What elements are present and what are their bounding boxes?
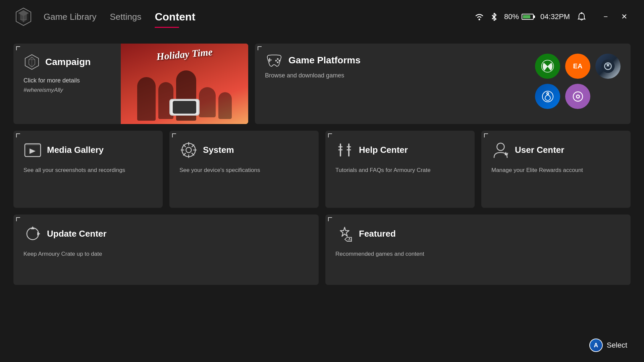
nav-tabs: Game Library Settings Content bbox=[44, 7, 475, 26]
update-center-icon bbox=[23, 225, 42, 243]
card-corner-update bbox=[16, 217, 20, 221]
campaign-rog-icon bbox=[23, 54, 40, 70]
featured-header: Featured bbox=[335, 225, 621, 243]
system-header: System bbox=[179, 141, 309, 159]
system-icon bbox=[179, 141, 198, 159]
card-corner-platforms bbox=[258, 46, 262, 50]
battery-status: 80% bbox=[504, 12, 534, 21]
update-center-title: Update Center bbox=[47, 229, 107, 239]
platforms-title: Game Platforms bbox=[288, 55, 361, 66]
media-gallery-card[interactable]: Media Gallery See all your screenshots a… bbox=[13, 131, 163, 208]
help-center-card[interactable]: Help Center Tutorials and FAQs for Armou… bbox=[325, 131, 475, 208]
game-platforms-card[interactable]: Game Platforms Browse and download games… bbox=[255, 44, 631, 124]
svg-marker-24 bbox=[30, 148, 36, 154]
main-content: Campaign Click for more details #whereis… bbox=[0, 34, 644, 295]
battery-percent: 80% bbox=[504, 12, 519, 21]
notification-icon[interactable] bbox=[577, 12, 587, 22]
user-center-title: User Center bbox=[515, 145, 564, 155]
middle-row: Media Gallery See all your screenshots a… bbox=[13, 131, 631, 208]
footer: A Select bbox=[589, 339, 627, 352]
svg-point-13 bbox=[275, 60, 277, 62]
svg-point-12 bbox=[277, 62, 279, 63]
ea-platform-icon[interactable]: EA bbox=[565, 54, 590, 79]
card-corner-help bbox=[328, 133, 332, 137]
time-display: 04:32PM bbox=[540, 12, 570, 21]
svg-point-19 bbox=[547, 93, 548, 94]
svg-point-22 bbox=[577, 96, 579, 98]
xbox-platform-icon[interactable] bbox=[535, 54, 560, 79]
media-gallery-title: Media Gallery bbox=[47, 145, 104, 155]
top-row: Campaign Click for more details #whereis… bbox=[13, 44, 631, 124]
svg-point-10 bbox=[277, 58, 279, 60]
ubisoft-platform-icon[interactable] bbox=[535, 84, 560, 109]
help-center-description: Tutorials and FAQs for Armoury Crate bbox=[335, 166, 465, 175]
system-description: See your device's specifications bbox=[179, 166, 309, 175]
gog-platform-icon[interactable] bbox=[565, 84, 590, 109]
svg-point-45 bbox=[349, 238, 350, 239]
campaign-description: Click for more details bbox=[23, 77, 91, 84]
controller-icon bbox=[265, 54, 283, 67]
featured-title: Featured bbox=[359, 229, 396, 239]
campaign-title: Campaign bbox=[45, 57, 91, 67]
card-corner-user bbox=[484, 133, 488, 137]
select-label: Select bbox=[607, 341, 627, 350]
select-button[interactable]: A bbox=[589, 339, 603, 352]
help-center-header: Help Center bbox=[335, 141, 465, 159]
media-gallery-description: See all your screenshots and recordings bbox=[23, 166, 153, 175]
header: Game Library Settings Content 80% bbox=[0, 0, 644, 34]
platform-icons-grid: EA bbox=[535, 54, 621, 109]
card-corner-featured bbox=[328, 217, 332, 221]
campaign-image: Holiday Time bbox=[121, 44, 248, 124]
card-corner-system bbox=[172, 133, 176, 137]
campaign-info: Campaign Click for more details #whereis… bbox=[23, 54, 91, 94]
close-button[interactable]: ✕ bbox=[618, 11, 631, 23]
help-center-title: Help Center bbox=[359, 145, 408, 155]
campaign-card[interactable]: Campaign Click for more details #whereis… bbox=[13, 44, 248, 124]
rog-logo[interactable] bbox=[13, 7, 34, 27]
system-title: System bbox=[203, 145, 234, 155]
system-card[interactable]: System See your device's specifications bbox=[169, 131, 319, 208]
media-gallery-header: Media Gallery bbox=[23, 141, 153, 159]
svg-point-15 bbox=[601, 60, 615, 73]
bluetooth-icon bbox=[491, 12, 497, 21]
campaign-tag: #whereismyAlly bbox=[23, 87, 91, 94]
update-center-description: Keep Armoury Crate up to date bbox=[23, 250, 309, 258]
card-corner-media bbox=[16, 133, 20, 137]
window-controls: − ✕ bbox=[600, 11, 631, 23]
help-center-icon bbox=[335, 141, 354, 159]
battery-fill bbox=[523, 15, 530, 18]
user-center-description: Manage your Elite Rewards account bbox=[491, 166, 621, 175]
header-right: 80% 04:32PM − ✕ bbox=[475, 11, 631, 23]
battery-bar bbox=[522, 14, 534, 20]
svg-rect-25 bbox=[25, 144, 40, 145]
wifi-icon bbox=[475, 13, 484, 20]
svg-point-3 bbox=[479, 19, 480, 20]
svg-point-4 bbox=[581, 12, 583, 14]
svg-point-27 bbox=[186, 147, 192, 153]
minimize-button[interactable]: − bbox=[600, 11, 611, 23]
nav-settings[interactable]: Settings bbox=[110, 8, 142, 25]
media-gallery-icon bbox=[23, 141, 42, 159]
campaign-header: Campaign bbox=[23, 54, 91, 70]
card-corner-campaign bbox=[16, 46, 20, 50]
update-center-card[interactable]: Update Center Keep Armoury Crate up to d… bbox=[13, 215, 319, 285]
featured-description: Recommended games and content bbox=[335, 250, 621, 258]
bottom-row: Update Center Keep Armoury Crate up to d… bbox=[13, 215, 631, 285]
svg-point-42 bbox=[497, 143, 504, 150]
steam-platform-icon[interactable] bbox=[595, 54, 621, 79]
featured-card[interactable]: Featured Recommended games and content bbox=[325, 215, 631, 285]
featured-icon bbox=[335, 225, 354, 243]
nav-content[interactable]: Content bbox=[155, 7, 195, 26]
update-center-header: Update Center bbox=[23, 225, 309, 243]
user-center-header: User Center bbox=[491, 141, 621, 159]
user-center-card[interactable]: User Center Manage your Elite Rewards ac… bbox=[481, 131, 631, 208]
svg-point-11 bbox=[279, 60, 280, 62]
user-center-icon bbox=[491, 141, 510, 159]
nav-game-library[interactable]: Game Library bbox=[44, 8, 97, 25]
